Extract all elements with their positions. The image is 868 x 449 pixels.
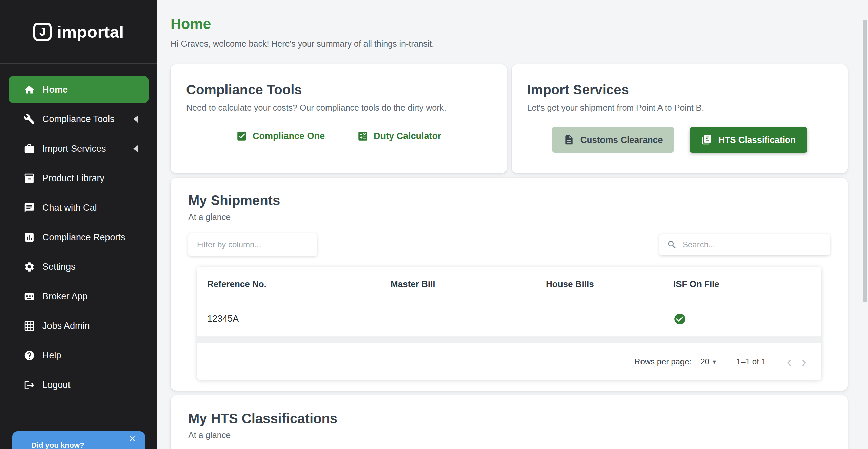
column-header-reference-no[interactable]: Reference No.: [207, 279, 391, 289]
page-subtitle: Hi Graves, welcome back! Here's your sum…: [171, 39, 848, 49]
sidebar-item-label: Jobs Admin: [42, 321, 90, 331]
sidebar-item-label: Compliance Tools: [42, 114, 115, 125]
scrollbar-thumb[interactable]: [863, 20, 867, 302]
import-services-buttons: Customs Clearance HTS Classification: [527, 127, 832, 153]
duty-calculator-link[interactable]: Duty Calculator: [357, 130, 441, 142]
wrench-icon: [24, 114, 35, 125]
rows-per-page-label: Rows per page:: [634, 357, 691, 367]
shipments-controls: [188, 233, 830, 256]
rows-per-page-select[interactable]: 20 ▾: [700, 357, 716, 367]
sidebar-item-label: Help: [42, 350, 61, 361]
importal-logo[interactable]: J importal: [0, 0, 157, 63]
hts-classification-label: HTS Classification: [718, 135, 795, 145]
sidebar-item-logout[interactable]: Logout: [9, 371, 149, 398]
keyboard-icon: [24, 291, 35, 302]
page-scrollbar[interactable]: [863, 0, 867, 449]
compliance-tools-card: Compliance Tools Need to calculate your …: [171, 64, 507, 173]
sidebar-item-import-services[interactable]: Import Services: [9, 135, 149, 162]
my-shipments-subtitle: At a glance: [188, 212, 830, 222]
hts-classification-button[interactable]: HTS Classification: [690, 127, 807, 153]
sidebar-item-label: Broker App: [42, 291, 88, 302]
did-you-know-title: Did you know?: [31, 441, 84, 449]
grid-icon: [24, 320, 35, 332]
sidebar-item-chat-with-cal[interactable]: Chat with Cal: [9, 194, 149, 221]
search-input[interactable]: [682, 240, 823, 250]
home-icon: [24, 84, 35, 95]
briefcase-icon: [24, 143, 35, 154]
chevron-left-icon: [133, 145, 138, 152]
sidebar-nav: Home Compliance Tools Import Services Pr…: [0, 64, 157, 398]
sidebar-item-jobs-admin[interactable]: Jobs Admin: [9, 312, 149, 339]
duty-calculator-label: Duty Calculator: [374, 131, 441, 142]
sidebar-item-product-library[interactable]: Product Library: [9, 165, 149, 192]
import-services-subtitle: Let's get your shipment from Point A to …: [527, 103, 832, 113]
table-header-row: Reference No. Master Bill House Bills IS…: [197, 267, 821, 302]
check-circle-icon: [673, 313, 686, 325]
help-circle-icon: [24, 350, 35, 361]
chat-icon: [24, 202, 35, 213]
pagination-range: 1–1 of 1: [736, 357, 766, 367]
gear-icon: [24, 261, 35, 273]
column-header-isf-on-file[interactable]: ISF On File: [673, 279, 821, 289]
cell-isf-on-file: [673, 313, 821, 325]
logout-icon: [24, 379, 35, 391]
summary-cards-row: Compliance Tools Need to calculate your …: [171, 64, 848, 173]
sidebar-item-label: Import Services: [42, 144, 106, 154]
sidebar-item-label: Settings: [42, 262, 76, 272]
sidebar-item-label: Compliance Reports: [42, 232, 125, 243]
search-icon: [667, 240, 677, 250]
column-header-master-bill[interactable]: Master Bill: [391, 279, 546, 289]
my-hts-classifications-card: My HTS Classifications At a glance: [171, 395, 848, 449]
table-pagination: Rows per page: 20 ▾ 1–1 of 1 ‹ ›: [197, 343, 821, 380]
filter-input[interactable]: [188, 233, 317, 256]
previous-page-button[interactable]: ‹: [782, 354, 797, 369]
compliance-one-link[interactable]: Compliance One: [236, 130, 325, 142]
compliance-tools-links: Compliance One Duty Calculator: [186, 130, 491, 142]
compliance-tools-subtitle: Need to calculate your costs? Our compli…: [186, 103, 491, 113]
importal-logo-icon: J: [33, 23, 52, 41]
inventory-icon: [24, 173, 35, 184]
app-root: J importal Home Compliance Tools Import …: [0, 0, 868, 449]
table-scrollbar-track[interactable]: [197, 336, 821, 343]
dropdown-caret-icon: ▾: [713, 358, 716, 366]
sidebar-item-label: Product Library: [42, 173, 104, 184]
my-hts-classifications-title: My HTS Classifications: [188, 411, 830, 426]
sidebar-item-settings[interactable]: Settings: [9, 253, 149, 280]
import-services-card: Import Services Let's get your shipment …: [512, 64, 848, 173]
close-icon[interactable]: ✕: [129, 435, 136, 443]
compliance-one-label: Compliance One: [253, 131, 325, 142]
sidebar-item-compliance-tools[interactable]: Compliance Tools: [9, 106, 149, 133]
my-hts-classifications-subtitle: At a glance: [188, 430, 830, 440]
sidebar-item-label: Logout: [42, 380, 71, 390]
sidebar-item-compliance-reports[interactable]: Compliance Reports: [9, 224, 149, 251]
shipments-table: Reference No. Master Bill House Bills IS…: [197, 267, 821, 380]
sidebar-item-label: Chat with Cal: [42, 203, 97, 213]
document-icon: [564, 134, 574, 145]
calculator-icon: [357, 130, 369, 142]
books-icon: [701, 134, 712, 145]
search-box[interactable]: [659, 234, 830, 255]
column-header-house-bills[interactable]: House Bills: [546, 279, 673, 289]
did-you-know-card[interactable]: ✕ Did you know?: [12, 431, 145, 449]
compliance-tools-title: Compliance Tools: [186, 82, 491, 97]
sidebar: J importal Home Compliance Tools Import …: [0, 0, 157, 449]
sidebar-item-help[interactable]: Help: [9, 342, 149, 369]
page-title: Home: [171, 16, 848, 32]
chevron-left-icon: [133, 116, 138, 123]
sidebar-item-label: Home: [42, 85, 68, 95]
bar-chart-icon: [24, 232, 35, 243]
check-box-icon: [236, 130, 248, 142]
main-content: Home Hi Graves, welcome back! Here's you…: [157, 0, 868, 449]
sidebar-item-broker-app[interactable]: Broker App: [9, 283, 149, 310]
cell-reference-no: 12345A: [207, 314, 391, 324]
table-row[interactable]: 12345A: [197, 302, 821, 336]
sidebar-item-home[interactable]: Home: [9, 76, 149, 103]
my-shipments-title: My Shipments: [188, 193, 830, 208]
next-page-button[interactable]: ›: [796, 354, 811, 369]
rows-per-page-value: 20: [700, 357, 709, 367]
my-shipments-card: My Shipments At a glance Reference No. M…: [171, 178, 848, 391]
import-services-title: Import Services: [527, 82, 832, 97]
customs-clearance-button[interactable]: Customs Clearance: [552, 127, 674, 153]
customs-clearance-label: Customs Clearance: [580, 135, 663, 145]
logo-text: importal: [57, 22, 124, 41]
